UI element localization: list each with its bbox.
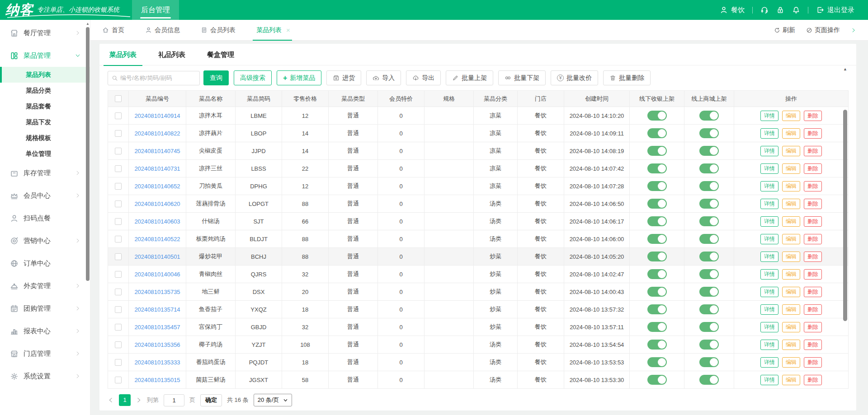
edit-button[interactable]: 编辑 bbox=[782, 234, 800, 244]
dish-code-link[interactable]: 20240810140620 bbox=[134, 201, 180, 207]
detail-button[interactable]: 详情 bbox=[760, 128, 778, 139]
dish-code-link[interactable]: 20240810140731 bbox=[134, 165, 180, 172]
query-button[interactable]: 查询 bbox=[203, 70, 229, 85]
toggle-offline-cashier[interactable] bbox=[647, 252, 667, 261]
page-tab-member-info[interactable]: 会员信息 bbox=[145, 20, 180, 41]
edit-button[interactable]: 编辑 bbox=[782, 163, 800, 174]
page-tab-member-list[interactable]: 会员列表 bbox=[201, 20, 236, 41]
sidebar-item-inventory[interactable]: 库存管理 bbox=[0, 162, 90, 184]
sidebar-item-report[interactable]: 报表中心 bbox=[0, 320, 90, 342]
delete-button[interactable]: 删除 bbox=[804, 181, 822, 191]
delete-button[interactable]: 删除 bbox=[804, 269, 822, 280]
edit-button[interactable]: 编辑 bbox=[782, 322, 800, 332]
row-checkbox[interactable] bbox=[115, 359, 122, 366]
edit-button[interactable]: 编辑 bbox=[782, 269, 800, 280]
dish-code-link[interactable]: 20240810135735 bbox=[134, 289, 180, 295]
edit-button[interactable]: 编辑 bbox=[782, 146, 800, 156]
advanced-search-button[interactable]: 高级搜索 bbox=[234, 70, 272, 85]
toggle-online-mall[interactable] bbox=[699, 269, 719, 279]
edit-button[interactable]: 编辑 bbox=[782, 252, 800, 262]
dish-code-link[interactable]: 20240810135015 bbox=[134, 377, 180, 383]
toggle-online-mall[interactable] bbox=[699, 111, 719, 121]
toggle-online-mall[interactable] bbox=[699, 252, 719, 261]
detail-button[interactable]: 详情 bbox=[760, 234, 778, 244]
toggle-offline-cashier[interactable] bbox=[647, 322, 667, 332]
row-checkbox[interactable] bbox=[115, 130, 122, 137]
toggle-offline-cashier[interactable] bbox=[647, 357, 667, 367]
module-tab-mealbox[interactable]: 餐盒管理 bbox=[207, 44, 234, 65]
dish-code-link[interactable]: 20240810140822 bbox=[134, 130, 180, 137]
row-checkbox[interactable] bbox=[115, 218, 122, 225]
toggle-online-mall[interactable] bbox=[699, 163, 719, 173]
edit-button[interactable]: 编辑 bbox=[782, 287, 800, 297]
sidebar-item-dishes[interactable]: 菜品管理 bbox=[0, 44, 90, 67]
dish-code-link[interactable]: 20240810140501 bbox=[134, 253, 180, 260]
toggle-offline-cashier[interactable] bbox=[647, 216, 667, 226]
toggle-online-mall[interactable] bbox=[699, 375, 719, 385]
detail-button[interactable]: 详情 bbox=[760, 216, 778, 227]
row-checkbox[interactable] bbox=[115, 341, 122, 348]
toggle-online-mall[interactable] bbox=[699, 199, 719, 209]
row-checkbox[interactable] bbox=[115, 271, 122, 278]
toggle-offline-cashier[interactable] bbox=[647, 304, 667, 314]
edit-button[interactable]: 编辑 bbox=[782, 128, 800, 139]
dish-code-link[interactable]: 20240810140522 bbox=[134, 236, 180, 242]
sidebar-scrollbar-thumb[interactable] bbox=[86, 27, 90, 281]
detail-button[interactable]: 详情 bbox=[760, 269, 778, 280]
sidebar-item-takeout[interactable]: 外卖管理 bbox=[0, 275, 90, 297]
module-tab-dish-list[interactable]: 菜品列表 bbox=[109, 44, 137, 65]
batch-off-shelf-button[interactable]: 批量下架 bbox=[498, 70, 546, 85]
page-ops-button[interactable]: 页面操作 bbox=[806, 26, 840, 34]
row-checkbox[interactable] bbox=[115, 112, 122, 119]
detail-button[interactable]: 详情 bbox=[760, 304, 778, 315]
close-icon[interactable]: × bbox=[286, 26, 290, 34]
table-scrollbar-thumb[interactable] bbox=[843, 110, 847, 321]
sidebar-scrollbar[interactable]: ▲ bbox=[86, 22, 90, 413]
goto-confirm-button[interactable]: 确定 bbox=[200, 394, 222, 406]
sidebar-item-order-center[interactable]: 订单中心 bbox=[0, 252, 90, 275]
sidebar-item-marketing[interactable]: 营销中心 bbox=[0, 229, 90, 252]
select-all-checkbox[interactable] bbox=[115, 95, 122, 102]
export-button[interactable]: 导出 bbox=[406, 70, 441, 85]
toggle-online-mall[interactable] bbox=[699, 181, 719, 191]
import-button[interactable]: 导入 bbox=[366, 70, 401, 85]
toggle-offline-cashier[interactable] bbox=[647, 163, 667, 173]
detail-button[interactable]: 详情 bbox=[760, 181, 778, 191]
dish-code-link[interactable]: 20240810135714 bbox=[134, 306, 180, 313]
toggle-offline-cashier[interactable] bbox=[647, 287, 667, 297]
refresh-button[interactable]: 刷新 bbox=[774, 26, 795, 34]
search-input[interactable] bbox=[120, 75, 196, 81]
sidebar-subitem-unit-manage[interactable]: 单位管理 bbox=[0, 146, 90, 162]
dish-code-link[interactable]: 20240810135457 bbox=[134, 324, 180, 331]
page-number-current[interactable]: 1 bbox=[119, 394, 131, 406]
toggle-online-mall[interactable] bbox=[699, 304, 719, 314]
next-page-icon[interactable] bbox=[136, 397, 142, 403]
delete-button[interactable]: 删除 bbox=[804, 304, 822, 315]
delete-button[interactable]: 删除 bbox=[804, 357, 822, 368]
add-dish-button[interactable]: +新增菜品 bbox=[277, 70, 321, 85]
edit-button[interactable]: 编辑 bbox=[782, 181, 800, 191]
table-scrollbar[interactable]: ▲ bbox=[843, 66, 848, 406]
prev-page-icon[interactable] bbox=[108, 397, 114, 403]
edit-button[interactable]: 编辑 bbox=[782, 357, 800, 368]
toggle-offline-cashier[interactable] bbox=[647, 340, 667, 350]
detail-button[interactable]: 详情 bbox=[760, 146, 778, 156]
row-checkbox[interactable] bbox=[115, 306, 122, 313]
toggle-offline-cashier[interactable] bbox=[647, 199, 667, 209]
page-tab-home[interactable]: 首页 bbox=[102, 20, 124, 41]
batch-delete-button[interactable]: 批量删除 bbox=[603, 70, 651, 85]
sidebar-item-settings[interactable]: 系统设置 bbox=[0, 365, 90, 387]
delete-button[interactable]: 删除 bbox=[804, 163, 822, 174]
toggle-online-mall[interactable] bbox=[699, 340, 719, 350]
module-tab-gift-list[interactable]: 礼品列表 bbox=[158, 44, 185, 65]
page-tab-dish-list[interactable]: 菜品列表× bbox=[256, 20, 290, 41]
sidebar-item-store-manage[interactable]: 门店管理 bbox=[0, 342, 90, 365]
toggle-online-mall[interactable] bbox=[699, 216, 719, 226]
delete-button[interactable]: 删除 bbox=[804, 322, 822, 332]
toggle-offline-cashier[interactable] bbox=[647, 269, 667, 279]
row-checkbox[interactable] bbox=[115, 165, 122, 172]
row-checkbox[interactable] bbox=[115, 289, 122, 295]
detail-button[interactable]: 详情 bbox=[760, 111, 778, 121]
detail-button[interactable]: 详情 bbox=[760, 287, 778, 297]
toggle-offline-cashier[interactable] bbox=[647, 375, 667, 385]
